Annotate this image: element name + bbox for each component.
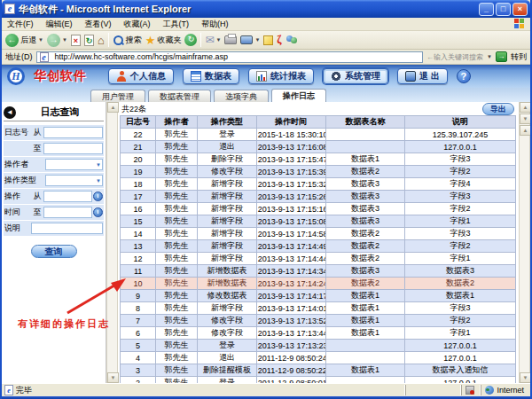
- table-row[interactable]: 20郭先生删除字段2013-9-13 17:15:47数据表1字段3: [121, 153, 516, 166]
- scroll-down-icon[interactable]: ▼: [520, 372, 530, 383]
- nav-statistics-report[interactable]: 统计报表: [248, 68, 314, 84]
- table-cell: 退出: [197, 141, 256, 153]
- address-input[interactable]: e http://www.hc-software.com/hcgis/mainf…: [36, 51, 424, 63]
- column-header: 操作时间: [256, 116, 325, 129]
- back-button[interactable]: ← 后退 ▼: [5, 34, 43, 47]
- search-button[interactable]: 搜索: [113, 35, 142, 46]
- scroll-up-icon[interactable]: ▲: [520, 102, 530, 113]
- table-row[interactable]: 14郭先生新增字段2013-9-13 17:14:58数据表2字段3: [121, 228, 516, 240]
- forward-button[interactable]: → ▼: [47, 34, 67, 47]
- menu-item-help[interactable]: 帮助(H): [201, 19, 229, 30]
- chevron-down-icon: ▼: [96, 178, 102, 184]
- table-row[interactable]: 18郭先生新增字段2013-9-13 17:15:32数据表3字段4: [121, 178, 516, 191]
- favorites-button[interactable]: ★ 收藏夹: [145, 35, 182, 46]
- forward-dropdown-icon[interactable]: ▼: [62, 37, 67, 43]
- menu-item-view[interactable]: 查看(V): [85, 19, 112, 30]
- table-cell: 修改字段: [197, 327, 256, 340]
- op-time-from-input[interactable]: [43, 191, 92, 202]
- tab-table-management[interactable]: 数据表管理: [148, 90, 211, 102]
- refresh-button[interactable]: ↻: [84, 35, 94, 46]
- table-row[interactable]: 8郭先生新增字段2013-9-13 17:14:01数据表1字段3: [121, 302, 516, 315]
- table-row[interactable]: 13郭先生新增字段2013-9-13 17:14:49数据表2字段2: [121, 240, 516, 253]
- nav-exit[interactable]: 退 出: [397, 68, 448, 84]
- sidebar-scrollbar[interactable]: ▲ ▼: [106, 102, 118, 383]
- log-id-from-input[interactable]: [43, 127, 103, 138]
- table-row[interactable]: 12郭先生新增字段2013-9-13 17:14:44数据表2字段1: [121, 253, 516, 265]
- table-cell: 修改字段: [197, 315, 256, 327]
- table-row[interactable]: 2郭先生登录2011-12-9 08:50:01127.0.0.1: [121, 377, 516, 384]
- go-label[interactable]: 转到: [511, 51, 527, 63]
- menu-item-file[interactable]: 文件(F): [7, 19, 34, 30]
- table-row[interactable]: 10郭先生新增数据表2013-9-13 17:14:24数据表2数据表2: [121, 278, 516, 290]
- edit-button[interactable]: ▼: [240, 35, 260, 44]
- op-time-to-input[interactable]: [43, 207, 92, 218]
- table-scrollbar[interactable]: ▲ ▼ ▲ ▼: [519, 102, 530, 383]
- scroll-up-icon[interactable]: ▲: [520, 125, 530, 136]
- app-header: H 华创软件 个人信息 数据表 统计报表 系统管理 退 出 ?: [2, 65, 530, 88]
- table-cell: 2011-12-9 08:50:24: [256, 352, 325, 364]
- minimize-button[interactable]: _: [479, 3, 494, 16]
- discuss-button[interactable]: [263, 35, 273, 45]
- log-id-to-input[interactable]: [43, 143, 103, 154]
- keyword-search-hint[interactable]: ←输入关键词搜索: [426, 52, 483, 62]
- tab-user-management[interactable]: 用户管理: [90, 90, 145, 102]
- clock-icon[interactable]: [93, 192, 103, 201]
- nav-data-tables[interactable]: 数据表: [183, 68, 239, 84]
- panel-title: 日志查询: [16, 106, 104, 119]
- op-type-select[interactable]: ▼: [45, 175, 103, 186]
- menu-item-edit[interactable]: 编辑(E): [46, 19, 73, 30]
- table-row[interactable]: 15郭先生新增字段2013-9-13 17:15:08数据表3字段1: [121, 215, 516, 228]
- favorites-star-icon: ★: [145, 35, 156, 46]
- note-input[interactable]: [31, 223, 103, 234]
- table-row[interactable]: 7郭先生修改字段2013-9-13 17:13:52数据表1字段2: [121, 315, 516, 327]
- stop-button[interactable]: ×: [71, 35, 81, 46]
- nav-system-management[interactable]: 系统管理: [323, 68, 388, 84]
- op-type-label: 操作类型: [4, 175, 45, 186]
- address-dropdown-icon[interactable]: ▼: [487, 54, 492, 59]
- table-cell: 郭先生: [156, 253, 198, 265]
- table-row[interactable]: 6郭先生修改字段2013-9-13 17:13:44数据表1字段1: [121, 327, 516, 340]
- messenger-button[interactable]: [286, 35, 298, 45]
- menu-item-favorites[interactable]: 收藏(A): [124, 19, 151, 30]
- close-button[interactable]: ×: [512, 3, 528, 16]
- table-row[interactable]: 22郭先生登录2015-1-18 15:30:10125.39.107.245: [121, 129, 516, 141]
- back-dropdown-icon[interactable]: ▼: [38, 37, 43, 43]
- restore-button[interactable]: □: [496, 3, 511, 16]
- collapse-panel-icon[interactable]: ◄: [4, 106, 16, 119]
- table-row[interactable]: 3郭先生删除提醒模板2011-12-9 08:50:22数据表1数据录入通知信: [121, 364, 516, 377]
- table-cell: 2013-9-13 17:15:47: [256, 153, 325, 166]
- mail-dropdown-icon[interactable]: ▼: [215, 37, 221, 43]
- help-button[interactable]: ?: [457, 69, 471, 83]
- annotation-text: 有详细的操作日志: [18, 317, 110, 331]
- mail-button[interactable]: ✉ ▼: [205, 35, 221, 46]
- table-row[interactable]: 5郭先生登录2013-9-13 17:13:23127.0.0.1: [121, 340, 516, 352]
- go-button-icon[interactable]: →: [496, 51, 507, 62]
- table-row[interactable]: 11郭先生新增数据表2013-9-13 17:14:34数据表3数据表3: [121, 265, 516, 278]
- table-row[interactable]: 16郭先生新增字段2013-9-13 17:15:16数据表3字段2: [121, 203, 516, 215]
- tab-option-dictionary[interactable]: 选项字典: [214, 90, 269, 102]
- table-cell: 郭先生: [156, 265, 198, 278]
- thunder-button[interactable]: ζ: [277, 33, 282, 47]
- table-row[interactable]: 9郭先生修改数据表2013-9-13 17:14:17数据表1数据表1: [121, 290, 516, 302]
- tab-operation-log[interactable]: 操作日志: [271, 89, 326, 102]
- field-note: 说明: [4, 221, 104, 236]
- table-row[interactable]: 17郭先生新增字段2013-9-13 17:15:26数据表3字段3: [121, 191, 516, 203]
- nav-personal-info[interactable]: 个人信息: [108, 68, 174, 84]
- table-cell: 15: [121, 215, 156, 228]
- table-cell: 14: [121, 228, 156, 240]
- menu-item-tools[interactable]: 工具(T): [163, 19, 190, 30]
- table-cell: 3: [121, 364, 156, 377]
- home-button[interactable]: ⌂: [98, 35, 105, 46]
- table-row[interactable]: 4郭先生退出2011-12-9 08:50:24127.0.0.1: [121, 352, 516, 364]
- print-button[interactable]: [224, 35, 237, 44]
- scroll-down-icon[interactable]: ▼: [520, 113, 530, 124]
- history-button[interactable]: ↻: [184, 34, 197, 46]
- operator-select[interactable]: ▼: [45, 159, 103, 170]
- edit-dropdown-icon[interactable]: ▼: [254, 37, 260, 43]
- table-cell: 数据表1: [325, 290, 404, 302]
- clock-icon[interactable]: [93, 207, 103, 217]
- table-row[interactable]: 21郭先生退出2013-9-13 17:16:08127.0.0.1: [121, 141, 516, 153]
- export-button[interactable]: 导出: [482, 103, 514, 115]
- table-row[interactable]: 19郭先生修改字段2013-9-13 17:15:39数据表2字段2: [121, 166, 516, 178]
- query-button[interactable]: 查询: [31, 245, 77, 258]
